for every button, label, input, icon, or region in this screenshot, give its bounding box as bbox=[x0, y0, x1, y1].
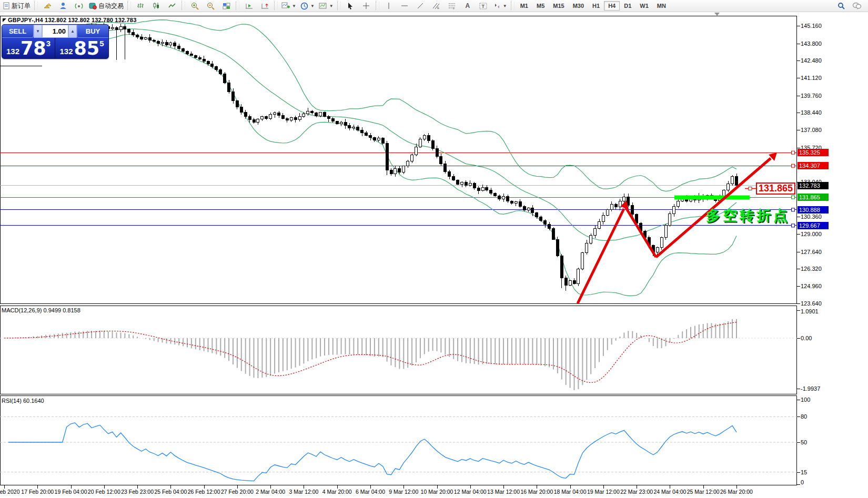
cursor-icon bbox=[347, 2, 354, 9]
tab-timeframe-W1[interactable]: W1 bbox=[635, 1, 653, 11]
sell-price-button[interactable]: 132 78 3 bbox=[2, 38, 55, 58]
label-tool[interactable]: T bbox=[476, 0, 491, 12]
fibonacci-tool[interactable]: F bbox=[444, 0, 460, 12]
time-axis-label: 6 Mar 04:00 bbox=[356, 489, 385, 495]
tab-timeframe-M1[interactable]: M1 bbox=[516, 1, 532, 11]
auto-scroll-button[interactable] bbox=[241, 0, 257, 12]
macd-axis-label: 1.0901 bbox=[801, 308, 819, 314]
market-watch-button[interactable] bbox=[39, 0, 55, 12]
macd-axis-tick bbox=[797, 389, 800, 389]
time-axis-label: 3 Mar 12:00 bbox=[289, 489, 318, 495]
periods-button[interactable]: ▼ bbox=[298, 0, 317, 12]
price-axis-tick bbox=[797, 96, 800, 96]
price-annotation-box[interactable]: 131.865 bbox=[756, 182, 795, 195]
price-axis-tick bbox=[797, 44, 800, 44]
buy-price-prefix: 132 bbox=[59, 46, 73, 57]
price-axis-tick-label: 129.000 bbox=[801, 231, 822, 237]
time-axis-label: 24 Mar 04:00 bbox=[653, 489, 686, 495]
text-tool[interactable]: A bbox=[460, 0, 476, 12]
zoom-out-button[interactable] bbox=[203, 0, 218, 12]
tab-timeframe-M30[interactable]: M30 bbox=[569, 1, 588, 11]
chart-shift-button[interactable] bbox=[257, 0, 272, 12]
time-axis-label: 14 Feb 2020 bbox=[0, 489, 19, 495]
indicators-button[interactable]: ▼ bbox=[279, 0, 298, 12]
sell-button[interactable]: SELL bbox=[2, 25, 34, 38]
line-chart-icon bbox=[168, 2, 176, 9]
tab-timeframe-H1[interactable]: H1 bbox=[588, 1, 604, 11]
templates-icon bbox=[319, 2, 327, 9]
price-axis-tick-label: 138.440 bbox=[801, 109, 822, 116]
toolbar-separator bbox=[511, 2, 514, 10]
symbol-marker-icon bbox=[3, 18, 6, 22]
auto-trading-button[interactable]: 自动交易 bbox=[87, 0, 126, 12]
templates-button[interactable]: ▼ bbox=[317, 0, 336, 12]
tab-timeframe-H4[interactable]: H4 bbox=[604, 1, 620, 11]
candlestick-button[interactable] bbox=[148, 0, 164, 12]
price-axis-tick bbox=[797, 113, 800, 113]
svg-text:E: E bbox=[437, 6, 439, 9]
horizontal-line-tool[interactable] bbox=[397, 0, 412, 12]
toolbar-separator bbox=[34, 2, 38, 10]
time-axis-label: 22 Mar 23:00 bbox=[620, 489, 653, 495]
price-axis-tick-label: 145.160 bbox=[801, 23, 822, 29]
rsi-pane[interactable] bbox=[0, 395, 797, 486]
volume-increase-button[interactable]: ▲ bbox=[68, 25, 77, 38]
channel-tool[interactable]: E bbox=[428, 0, 444, 12]
svg-text:T: T bbox=[482, 4, 485, 9]
zoom-in-button[interactable] bbox=[187, 0, 203, 12]
search-button[interactable] bbox=[833, 0, 849, 12]
search-icon bbox=[837, 2, 845, 10]
tab-timeframe-M15[interactable]: M15 bbox=[549, 1, 568, 11]
zoom-out-icon bbox=[207, 2, 215, 10]
price-axis-tick bbox=[797, 78, 800, 78]
time-axis-label: 13 Mar 12:00 bbox=[487, 489, 520, 495]
price-level-badge: 135.325 bbox=[798, 149, 829, 156]
dropdown-arrow-icon: ▼ bbox=[292, 4, 296, 8]
sell-price-prefix: 132 bbox=[6, 46, 19, 57]
time-axis-label: 26 Mar 20:00 bbox=[720, 489, 753, 495]
cursor-tool-button[interactable] bbox=[342, 0, 358, 12]
price-axis-tick-label: 127.640 bbox=[801, 249, 822, 255]
buy-button[interactable]: BUY bbox=[77, 25, 108, 38]
volume-input[interactable]: 1.00 bbox=[42, 25, 68, 38]
rsi-axis-label: 15 bbox=[801, 469, 807, 475]
bar-chart-icon bbox=[137, 2, 144, 9]
macd-pane[interactable] bbox=[0, 306, 797, 395]
volume-decrease-button[interactable]: ▼ bbox=[34, 25, 42, 38]
candlestick-icon bbox=[153, 2, 160, 9]
signals-button[interactable] bbox=[71, 0, 87, 12]
price-axis-tick-label: 143.800 bbox=[801, 40, 822, 47]
toolbar-separator bbox=[274, 2, 278, 10]
line-chart-button[interactable] bbox=[164, 0, 180, 12]
trendline-tool[interactable] bbox=[412, 0, 428, 12]
macd-label: MACD(12,26,9) 0.9499 0.8158 bbox=[2, 307, 80, 313]
chat-button[interactable] bbox=[849, 0, 865, 12]
price-axis-tick bbox=[797, 60, 800, 61]
chart-shift-marker-icon[interactable] bbox=[714, 13, 720, 16]
price-level-badge: 132.783 bbox=[798, 182, 829, 189]
price-axis-tick-label: 123.640 bbox=[801, 300, 822, 307]
new-order-button[interactable]: 新订单 bbox=[1, 0, 33, 12]
zoom-in-icon bbox=[191, 2, 199, 10]
tile-windows-button[interactable] bbox=[218, 0, 234, 12]
channel-icon: E bbox=[432, 2, 440, 9]
price-axis-tick-label: 130.360 bbox=[801, 214, 822, 220]
crosshair-tool-button[interactable] bbox=[358, 0, 374, 12]
buy-price-button[interactable]: 132 85 5 bbox=[55, 38, 108, 58]
main-toolbar: 新订单 自动交易 ▼ ▼ ▼ bbox=[0, 0, 868, 12]
auto-trading-icon bbox=[89, 2, 97, 9]
time-axis-label: 19 Feb 04:00 bbox=[55, 489, 87, 495]
tab-timeframe-D1[interactable]: D1 bbox=[620, 1, 635, 11]
tab-timeframe-M5[interactable]: M5 bbox=[532, 1, 549, 11]
tab-timeframe-MN[interactable]: MN bbox=[653, 1, 670, 11]
rsi-axis-label: 100 bbox=[801, 397, 810, 403]
buy-price-big: 85 bbox=[74, 40, 99, 57]
sell-price-big: 78 bbox=[21, 40, 46, 57]
profile-button[interactable] bbox=[55, 0, 71, 12]
arrows-tool[interactable]: ▼ bbox=[491, 0, 509, 12]
vertical-line-tool[interactable] bbox=[381, 0, 397, 12]
buy-price-pip: 5 bbox=[99, 40, 104, 47]
bar-chart-button[interactable] bbox=[133, 0, 148, 12]
price-chart[interactable] bbox=[0, 16, 797, 304]
price-axis-tick-label: 141.120 bbox=[801, 75, 822, 81]
